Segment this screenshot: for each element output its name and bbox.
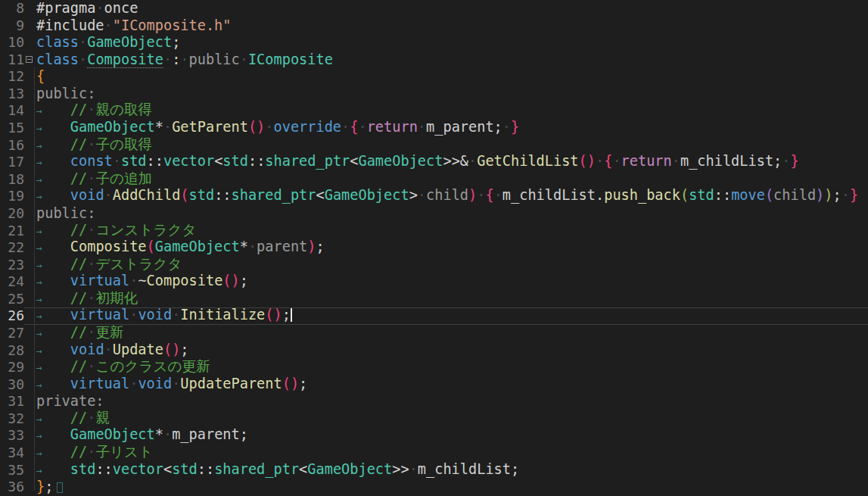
- code-line[interactable]: 8#pragma·once: [0, 0, 868, 17]
- fold-column[interactable]: [24, 0, 36, 17]
- code-line[interactable]: 24→virtual·~Composite();: [0, 273, 868, 291]
- line-number[interactable]: 13: [0, 86, 24, 103]
- line-code[interactable]: →virtual·void·Initialize();: [36, 307, 868, 326]
- line-code[interactable]: class·GameObject;: [36, 34, 868, 51]
- code-line[interactable]: 27→//·更新: [0, 325, 868, 342]
- line-number[interactable]: 24: [0, 273, 24, 291]
- line-code[interactable]: →GameObject*·m_parent;: [36, 426, 868, 445]
- line-number[interactable]: 17: [0, 154, 24, 171]
- fold-collapse-marker-icon[interactable]: [26, 56, 33, 63]
- line-code[interactable]: #pragma·once: [36, 0, 868, 17]
- code-line[interactable]: 13public:: [0, 86, 868, 103]
- line-number[interactable]: 18: [0, 171, 24, 189]
- line-code[interactable]: →//·デストラクタ: [36, 256, 868, 275]
- code-line[interactable]: 26→virtual·void·Initialize();: [0, 307, 868, 325]
- line-code[interactable]: public:: [36, 205, 868, 223]
- code-line[interactable]: 36};: [0, 479, 868, 496]
- line-number[interactable]: 9: [0, 17, 24, 35]
- code-line[interactable]: 11class·Composite·:·public·IComposite: [0, 51, 868, 69]
- fold-column[interactable]: [24, 445, 36, 462]
- line-code[interactable]: →virtual·~Composite();: [36, 273, 868, 292]
- line-code[interactable]: →//·更新: [36, 324, 868, 343]
- code-line[interactable]: 21→//·コンストラクタ: [0, 223, 868, 240]
- code-line[interactable]: 34→//·子リスト: [0, 445, 868, 462]
- code-line[interactable]: 18→//·子の追加: [0, 171, 868, 189]
- line-number[interactable]: 32: [0, 410, 24, 428]
- line-code[interactable]: →std::vector<std::shared_ptr<GameObject>…: [36, 461, 868, 480]
- fold-column[interactable]: [24, 120, 36, 137]
- line-code[interactable]: →//·コンストラクタ: [36, 222, 868, 241]
- fold-column[interactable]: [24, 376, 36, 394]
- line-code[interactable]: →//·親: [36, 410, 868, 429]
- fold-column[interactable]: [24, 223, 36, 240]
- line-code[interactable]: →//·このクラスの更新: [36, 358, 868, 377]
- fold-column[interactable]: [24, 291, 36, 308]
- line-code[interactable]: →//·初期化: [36, 290, 868, 309]
- fold-column[interactable]: [24, 34, 36, 51]
- code-line[interactable]: 20public:: [0, 205, 868, 223]
- code-line[interactable]: 15→GameObject*·GetParent()·override·{·re…: [0, 120, 868, 137]
- line-number[interactable]: 36: [0, 479, 24, 496]
- line-code[interactable]: private:: [36, 393, 868, 410]
- line-number[interactable]: 21: [0, 223, 24, 240]
- code-line[interactable]: 10class·GameObject;: [0, 34, 868, 51]
- line-number[interactable]: 33: [0, 427, 24, 445]
- fold-column[interactable]: [24, 359, 36, 376]
- line-code[interactable]: {: [36, 68, 868, 86]
- code-line[interactable]: 32→//·親: [0, 410, 868, 428]
- fold-column[interactable]: [24, 239, 36, 257]
- code-editor[interactable]: 8#pragma·once9#include·"IComposite.h"10c…: [0, 0, 868, 496]
- code-line[interactable]: 31private:: [0, 393, 868, 410]
- code-line[interactable]: 29→//·このクラスの更新: [0, 359, 868, 376]
- fold-column[interactable]: [24, 307, 36, 325]
- line-number[interactable]: 10: [0, 34, 24, 51]
- line-code[interactable]: →GameObject*·GetParent()·override·{·retu…: [36, 119, 868, 138]
- line-number[interactable]: 12: [0, 68, 24, 86]
- line-code[interactable]: };: [36, 479, 868, 496]
- line-number[interactable]: 30: [0, 376, 24, 394]
- line-code[interactable]: →void·Update();: [36, 342, 868, 360]
- fold-column[interactable]: [24, 410, 36, 428]
- line-code[interactable]: →void·AddChild(std::shared_ptr<GameObjec…: [36, 187, 868, 206]
- code-line[interactable]: 19→void·AddChild(std::shared_ptr<GameObj…: [0, 188, 868, 205]
- line-number[interactable]: 14: [0, 102, 24, 120]
- line-code[interactable]: public:: [36, 86, 868, 103]
- line-number[interactable]: 27: [0, 325, 24, 342]
- line-code[interactable]: →//·親の取得: [36, 101, 868, 120]
- code-line[interactable]: 35→std::vector<std::shared_ptr<GameObjec…: [0, 462, 868, 479]
- fold-column[interactable]: [24, 154, 36, 171]
- line-code[interactable]: →virtual·void·UpdateParent();: [36, 376, 868, 395]
- code-line[interactable]: 14→//·親の取得: [0, 102, 868, 120]
- line-code[interactable]: →//·子の取得: [36, 136, 868, 155]
- line-code[interactable]: →Composite(GameObject*·parent);: [36, 239, 868, 257]
- line-number[interactable]: 15: [0, 120, 24, 137]
- fold-column[interactable]: [24, 325, 36, 342]
- line-number[interactable]: 16: [0, 137, 24, 154]
- line-number[interactable]: 23: [0, 257, 24, 274]
- line-number[interactable]: 34: [0, 445, 24, 462]
- fold-column[interactable]: [24, 68, 36, 86]
- fold-column[interactable]: [24, 257, 36, 274]
- code-line[interactable]: 30→virtual·void·UpdateParent();: [0, 376, 868, 394]
- code-line[interactable]: 22→Composite(GameObject*·parent);: [0, 239, 868, 257]
- fold-column[interactable]: [24, 51, 36, 69]
- code-line[interactable]: 33→GameObject*·m_parent;: [0, 427, 868, 445]
- line-code[interactable]: →//·子リスト: [36, 444, 868, 463]
- fold-column[interactable]: [24, 171, 36, 189]
- code-line[interactable]: 9#include·"IComposite.h": [0, 17, 868, 35]
- line-number[interactable]: 19: [0, 188, 24, 205]
- line-number[interactable]: 20: [0, 205, 24, 223]
- line-number[interactable]: 29: [0, 359, 24, 376]
- fold-column[interactable]: [24, 273, 36, 291]
- line-number[interactable]: 25: [0, 291, 24, 308]
- fold-column[interactable]: [24, 393, 36, 410]
- code-line[interactable]: 16→//·子の取得: [0, 137, 868, 154]
- line-code[interactable]: →//·子の追加: [36, 170, 868, 189]
- fold-column[interactable]: [24, 479, 36, 496]
- fold-column[interactable]: [24, 188, 36, 205]
- fold-column[interactable]: [24, 86, 36, 103]
- line-number[interactable]: 11: [0, 51, 24, 69]
- line-code[interactable]: class·Composite·:·public·IComposite: [36, 51, 868, 69]
- line-number[interactable]: 22: [0, 239, 24, 257]
- code-line[interactable]: 12{: [0, 68, 868, 86]
